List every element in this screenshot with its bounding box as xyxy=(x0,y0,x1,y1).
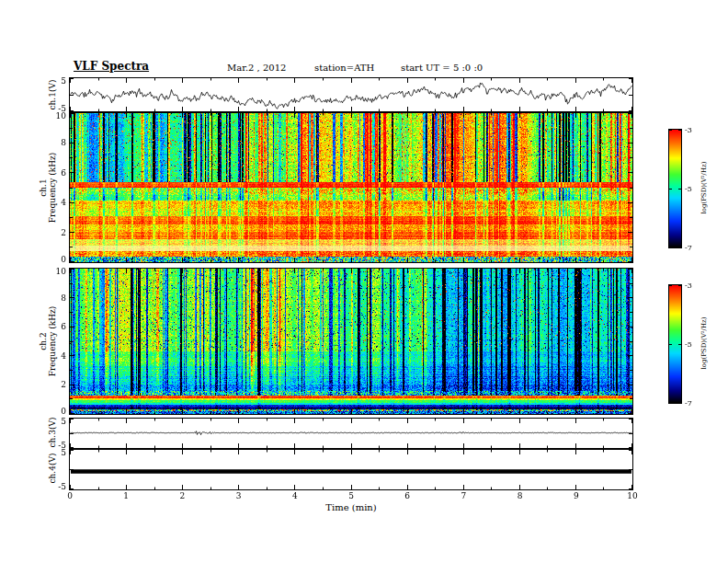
ytick-label: -5 xyxy=(58,441,66,450)
panel-ch1-spectrogram xyxy=(69,112,633,263)
ylabel-ch2-frequency-line2: Frequency (kHz) xyxy=(48,306,57,377)
ch2-spectrogram-canvas xyxy=(70,269,632,414)
xtick-label: 8 xyxy=(518,491,523,500)
ytick-label: 6 xyxy=(61,168,66,178)
colorbar-ch2-canvas xyxy=(669,285,681,403)
ylabel-ch3-voltage: ch.3(V) xyxy=(48,418,57,448)
ylabel-ch1-frequency-line1: ch.1 xyxy=(39,153,48,224)
ytick-label: 0 xyxy=(61,255,66,264)
ytick-label: 6 xyxy=(61,322,66,331)
ytick-label: -5 xyxy=(58,482,66,491)
colorbar-ch1 xyxy=(668,129,682,248)
ch4-waveform-canvas xyxy=(70,450,632,489)
colorbar-tick-label: -3 xyxy=(685,282,692,290)
xtick-label: 9 xyxy=(574,491,579,500)
plot-station: station=ATH xyxy=(314,63,374,73)
panel-ch3-waveform xyxy=(69,418,633,449)
ytick-label: 2 xyxy=(61,380,66,389)
ytick-label: 8 xyxy=(61,293,66,303)
xtick-label: 4 xyxy=(292,491,298,500)
ytick-label: 5 xyxy=(61,417,66,426)
xtick-label: 7 xyxy=(461,491,467,500)
xtick-label: 1 xyxy=(123,491,129,500)
plot-title: VLF Spectra xyxy=(74,60,149,73)
plot-start-ut: start UT = 5 :0 :0 xyxy=(401,63,483,73)
colorbar-tick-label: -5 xyxy=(685,185,692,193)
panel-ch2-spectrogram xyxy=(69,268,633,415)
ytick-label: 5 xyxy=(61,448,66,457)
colorbar-tick-label: -7 xyxy=(685,244,692,252)
colorbar-tick-label: -3 xyxy=(685,126,692,134)
ytick-label: 0 xyxy=(61,407,66,416)
ytick-label: 4 xyxy=(61,198,66,207)
ylabel-ch1-frequency-line2: Frequency (kHz) xyxy=(48,153,57,224)
xtick-label: 0 xyxy=(67,491,73,500)
xtick-label: 2 xyxy=(180,491,186,500)
ylabel-ch2-frequency: ch.2 Frequency (kHz) xyxy=(39,306,57,377)
ch1-spectrogram-canvas xyxy=(70,113,632,262)
ytick-label: 8 xyxy=(61,138,66,147)
ylabel-ch4-voltage: ch.4(V) xyxy=(48,454,57,484)
xtick-label: 3 xyxy=(236,491,242,500)
colorbar-ch1-label: log(PSD)(V²/Hz) xyxy=(700,162,708,214)
ytick-label: -5 xyxy=(58,104,66,113)
panel-ch4-waveform xyxy=(69,449,633,490)
colorbar-ch2-label: log(PSD)(V²/Hz) xyxy=(700,317,708,370)
plot-date: Mar.2 , 2012 xyxy=(227,63,286,73)
ylabel-ch2-frequency-line1: ch.2 xyxy=(39,306,48,377)
ytick-label: 5 xyxy=(61,76,66,86)
xtick-label: 10 xyxy=(627,491,637,500)
ylabel-ch1-frequency: ch.1 Frequency (kHz) xyxy=(39,153,57,224)
panel-ch1-waveform xyxy=(69,77,633,112)
xtick-label: 5 xyxy=(348,491,354,500)
colorbar-ch2 xyxy=(668,284,682,404)
ylabel-ch1-voltage: ch.1(V) xyxy=(48,80,57,110)
colorbar-tick-label: -7 xyxy=(685,399,692,408)
xtick-label: 6 xyxy=(404,491,410,500)
ch1-waveform-canvas xyxy=(70,78,632,111)
ytick-label: 2 xyxy=(61,228,66,237)
ytick-label: 10 xyxy=(56,111,66,121)
colorbar-ch1-canvas xyxy=(669,130,681,247)
xaxis-label: Time (min) xyxy=(325,502,376,512)
colorbar-tick-label: -5 xyxy=(685,340,692,349)
ytick-label: 10 xyxy=(56,267,66,276)
ch3-waveform-canvas xyxy=(70,419,632,448)
vlf-spectra-figure: VLF Spectra Mar.2 , 2012 station=ATH sta… xyxy=(0,0,728,563)
ytick-label: 4 xyxy=(61,351,66,361)
